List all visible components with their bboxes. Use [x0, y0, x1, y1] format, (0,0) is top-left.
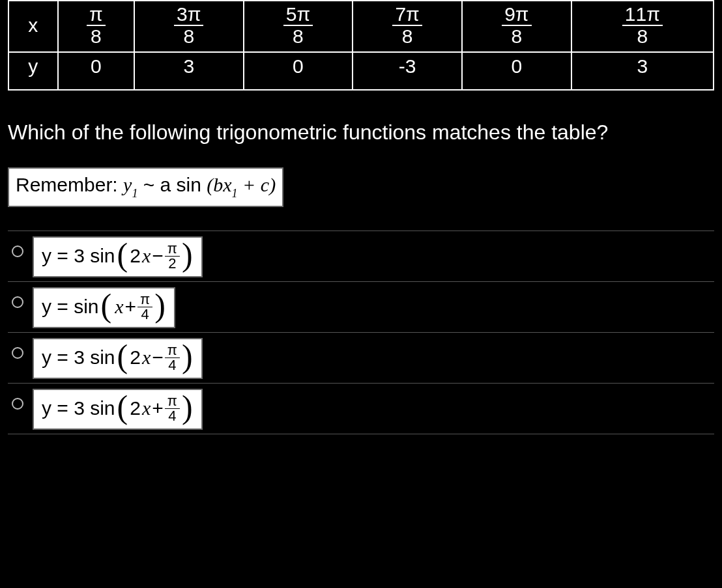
y-cell: 0 [462, 52, 571, 90]
hint-box: Remember: y1 ~ a sin (bx1 + c) [8, 167, 283, 207]
table-row: y 0 3 0 -3 0 3 [8, 52, 714, 90]
option-3[interactable]: y = 3 sin ( 2x − π4 ) [8, 332, 714, 383]
lhs: y = 3 sin [42, 245, 115, 267]
radio-icon[interactable] [12, 347, 23, 359]
xy-table: x π8 3π8 5π8 7π8 9π8 11π8 y 0 3 0 -3 0 3 [8, 0, 714, 91]
op: + [152, 397, 164, 419]
options-list: y = 3 sin ( 2x − π2 ) y = sin ( x + π4 [8, 231, 714, 434]
fraction: π2 [165, 242, 180, 271]
x-cell: π8 [58, 1, 134, 52]
x-cell: 5π8 [244, 1, 353, 52]
rparen-icon: ) [154, 292, 166, 318]
fraction: π4 [165, 394, 180, 423]
option-1[interactable]: y = 3 sin ( 2x − π2 ) [8, 231, 714, 281]
radio-icon[interactable] [12, 245, 23, 257]
rparen-icon: ) [181, 394, 194, 420]
hint-plus: + [238, 174, 261, 195]
fraction: π4 [165, 343, 180, 372]
radio-icon[interactable] [12, 296, 23, 308]
option-formula[interactable]: y = sin ( x + π4 ) [33, 287, 175, 328]
hint-c: c [261, 174, 269, 195]
hint-prefix: Remember: [16, 174, 123, 195]
lhs: y = 3 sin [42, 397, 115, 419]
x-cell: 3π8 [134, 1, 244, 52]
y-cell: 0 [58, 52, 134, 90]
x-cell: 11π8 [571, 1, 714, 52]
x-cell: 7π8 [353, 1, 462, 52]
option-4[interactable]: y = 3 sin ( 2x + π4 ) [8, 383, 714, 434]
lparen-icon: ( [117, 394, 129, 420]
hint-sub: 1 [132, 187, 137, 200]
y-cell: 0 [244, 52, 353, 90]
var: x [142, 346, 151, 369]
row-header-x: x [8, 1, 58, 52]
option-2[interactable]: y = sin ( x + π4 ) [8, 281, 714, 332]
coef: 2 [130, 397, 141, 419]
lparen-icon: ( [117, 242, 129, 268]
question-text: Which of the following trigonometric fun… [8, 117, 714, 149]
option-formula[interactable]: y = 3 sin ( 2x − π4 ) [33, 338, 203, 379]
hint-mid: ~ a sin [137, 174, 207, 195]
lhs: y = 3 sin [42, 346, 115, 369]
lparen-icon: ( [100, 292, 113, 318]
var: x [142, 397, 151, 419]
op: − [152, 346, 164, 369]
var: x [115, 296, 123, 318]
op: + [125, 296, 137, 318]
hint-y: y [123, 174, 132, 195]
op: − [152, 245, 164, 267]
hint-rpar: ) [269, 174, 276, 195]
y-cell: 3 [571, 52, 714, 90]
y-cell: -3 [353, 52, 462, 90]
hint-bx: bx [213, 174, 231, 195]
x-cell: 9π8 [462, 1, 571, 52]
option-formula[interactable]: y = 3 sin ( 2x − π2 ) [33, 236, 203, 277]
rparen-icon: ) [181, 343, 194, 369]
y-cell: 3 [134, 52, 244, 90]
hint-lpar: ( [207, 174, 213, 195]
coef: 2 [130, 245, 141, 267]
rparen-icon: ) [181, 242, 194, 268]
lhs: y = sin [42, 296, 99, 318]
table-row: x π8 3π8 5π8 7π8 9π8 11π8 [8, 1, 714, 52]
lparen-icon: ( [117, 343, 129, 369]
coef: 2 [130, 346, 141, 369]
radio-icon[interactable] [12, 398, 23, 410]
fraction: π4 [137, 292, 152, 322]
hint-sub2: 1 [232, 187, 238, 200]
var: x [142, 245, 151, 267]
row-header-y: y [8, 52, 58, 90]
option-formula[interactable]: y = 3 sin ( 2x + π4 ) [33, 389, 203, 430]
